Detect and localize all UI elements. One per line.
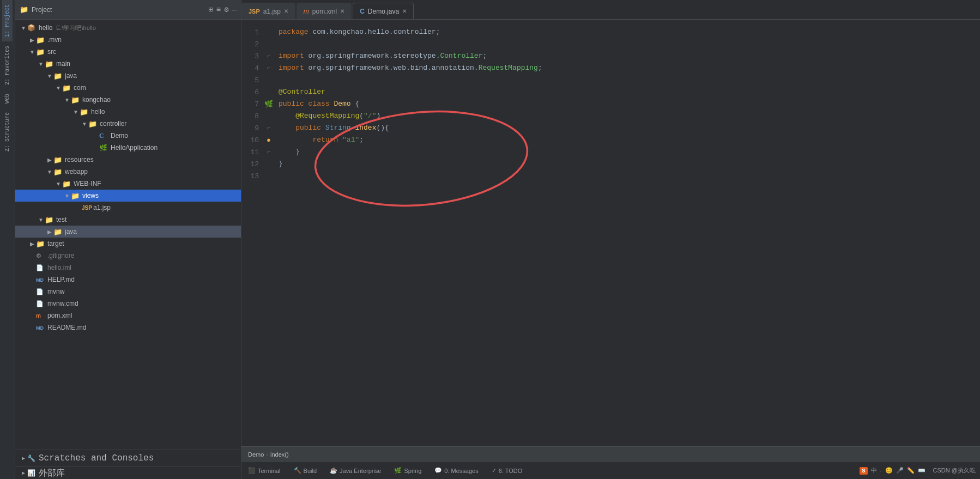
fold-icon-4[interactable]: ⌐ (267, 64, 270, 72)
tree-item-mvnw[interactable]: ▶ 📄 mvnw (15, 286, 241, 298)
tree-item-helpmd[interactable]: ▶ MD HELP.md (15, 274, 241, 286)
taskbar-mic[interactable]: 🎤 (896, 467, 904, 474)
tree-item-test[interactable]: ▼ 📁 test (15, 214, 241, 226)
tab-demojava[interactable]: C Demo.java ✕ (353, 3, 414, 19)
tree-item-demo[interactable]: ▶ C Demo (15, 130, 241, 142)
extlibs-icon: 📊 (27, 470, 35, 477)
taskbar-dot[interactable]: · (880, 468, 882, 474)
taskbar-keyboard[interactable]: ⌨️ (918, 467, 925, 474)
gutter-12 (263, 158, 274, 170)
messages-label: 0: Messages (444, 468, 478, 474)
spring-class-icon: 🌿 (99, 144, 107, 151)
sogou-icon[interactable]: S (860, 467, 868, 475)
gutter-3: ⌐ (263, 50, 274, 62)
tree-item-hello-pkg[interactable]: ▼ 📁 hello (15, 106, 241, 118)
todo-label: 6: TODO (499, 468, 523, 474)
tree-item-test-java[interactable]: ▶ 📁 java (15, 226, 241, 238)
gutter-6 (263, 86, 274, 98)
tree-label-kongchao: kongchao (82, 96, 237, 104)
folder-target-icon: 📁 (36, 240, 45, 248)
line-num-10: 10 (241, 134, 263, 146)
tree-label-scratches: Scratches and Consoles (39, 453, 237, 463)
folder-controller-icon: 📁 (88, 120, 97, 128)
tree-item-com[interactable]: ▼ 📁 com (15, 82, 241, 94)
folder-src-icon: 📁 (36, 48, 45, 56)
tab-icon-m: m (304, 8, 309, 15)
fold-icon-9[interactable]: ⌐ (267, 124, 270, 132)
code-editor[interactable]: 1 2 3 ⌐ 4 (241, 20, 980, 446)
folder-resources-icon: 📁 (53, 156, 62, 164)
spring-gutter-icon[interactable]: 🌿 (264, 100, 273, 108)
folder-webinf-icon: 📁 (62, 180, 71, 188)
gutter-7: 🌿 (263, 98, 274, 110)
toolbar-btn-todo[interactable]: ✓ 6: TODO (485, 462, 529, 480)
minimize-icon[interactable]: — (232, 5, 237, 14)
tree-label-main: main (56, 60, 237, 68)
tab-a1jsp[interactable]: JSP a1.jsp ✕ (241, 3, 295, 19)
taskbar-emoji[interactable]: 😊 (885, 467, 893, 474)
toolbar-btn-build[interactable]: 🔨 Build (287, 462, 323, 480)
main-layout: 📁 Project ⊞ ≡ ⚙ — ▼ 📦 hello E:\学习吧\hello… (15, 0, 980, 479)
tree-item-helloapp[interactable]: ▶ 🌿 HelloApplication (15, 142, 241, 154)
tree-item-mvn[interactable]: ▶ 📁 .mvn (15, 34, 241, 46)
tree-item-pomxml[interactable]: ▶ m pom.xml (15, 310, 241, 322)
tree-item-gitignore[interactable]: ▶ ⚙ .gitignore (15, 250, 241, 262)
tree-label-hello-pkg: hello (91, 108, 237, 116)
toolbar-btn-java-enterprise[interactable]: ☕ Java Enterprise (323, 462, 388, 480)
filter-icon[interactable]: ≡ (216, 5, 221, 14)
terminal-label: Terminal (258, 468, 281, 474)
tree-item-readme[interactable]: ▶ MD README.md (15, 322, 241, 334)
cmd-icon: 📄 (36, 300, 44, 307)
tree-item-webapp[interactable]: ▼ 📁 webapp (15, 166, 241, 178)
md-icon: MD (36, 277, 44, 283)
file-tree: ▼ 📦 hello E:\学习吧\hello ▶ 📁 .mvn ▼ 📁 src (15, 20, 241, 450)
tab-label-demojava: Demo.java (368, 8, 399, 15)
tree-item-webinf[interactable]: ▼ 📁 WEB-INF (15, 178, 241, 190)
code-line-13 (279, 170, 980, 182)
sidebar-tab-project[interactable]: 1: Project (2, 0, 13, 41)
xml-icon: m (36, 313, 41, 319)
toolbar-btn-messages[interactable]: 💬 0: Messages (428, 462, 485, 480)
tab-close-a1jsp[interactable]: ✕ (284, 8, 288, 14)
tree-item-iml[interactable]: ▶ 📄 hello.iml (15, 262, 241, 274)
fold-icon-11[interactable]: ⌐ (267, 148, 270, 156)
gutter-9: ⌐ (263, 122, 274, 134)
tree-label-gitignore: .gitignore (47, 252, 237, 259)
toolbar-btn-spring[interactable]: 🌿 Spring (388, 462, 428, 480)
line-num-4: 4 (241, 62, 263, 74)
sidebar-tab-structure[interactable]: Z: Structure (2, 108, 13, 156)
folder-main-icon: 📁 (45, 60, 53, 68)
tab-close-pomxml[interactable]: ✕ (340, 8, 344, 14)
tree-item-hello[interactable]: ▼ 📦 hello E:\学习吧\hello (15, 22, 241, 34)
code-content[interactable]: package com.kongchao.hello.controller; i… (274, 20, 980, 446)
sidebar-tab-web[interactable]: Web (2, 89, 13, 108)
code-line-6: @Controller (279, 86, 980, 98)
tree-item-java[interactable]: ▼ 📁 java (15, 70, 241, 82)
tree-item-controller[interactable]: ▼ 📁 controller (15, 118, 241, 130)
breadcrumb-class: Demo (248, 451, 264, 458)
tab-close-demojava[interactable]: ✕ (402, 8, 407, 14)
grid-icon[interactable]: ⊞ (208, 5, 213, 14)
tree-item-views[interactable]: ▼ 📁 views (15, 190, 241, 202)
tree-item-a1jsp[interactable]: ▶ JSP a1.jsp (15, 202, 241, 214)
tree-item-kongchao[interactable]: ▼ 📁 kongchao (15, 94, 241, 106)
taskbar-chinese[interactable]: 中 (871, 466, 877, 475)
tree-item-main[interactable]: ▼ 📁 main (15, 58, 241, 70)
left-strip: 1: Project 2: Favorites Web Z: Structure (0, 0, 15, 479)
tree-item-src[interactable]: ▼ 📁 src (15, 46, 241, 58)
sidebar-tab-favorites[interactable]: 2: Favorites (2, 41, 13, 89)
taskbar-pen[interactable]: ✏️ (907, 467, 915, 474)
toolbar-btn-terminal[interactable]: ⬛ Terminal (241, 462, 287, 480)
tree-item-resources[interactable]: ▶ 📁 resources (15, 154, 241, 166)
folder-mvn-icon: 📁 (36, 36, 45, 44)
tree-item-target[interactable]: ▶ 📁 target (15, 238, 241, 250)
settings-icon[interactable]: ⚙ (224, 5, 228, 14)
tree-item-extlibs[interactable]: ▶ 📊 外部库 (15, 467, 241, 479)
tree-item-scratches[interactable]: ▶ 🔧 Scratches and Consoles (15, 452, 241, 464)
gutter-8 (263, 110, 274, 122)
line-num-2: 2 (241, 38, 263, 50)
tree-label-mvn: .mvn (47, 36, 237, 44)
tab-pomxml[interactable]: m pom.xml ✕ (297, 3, 352, 19)
tree-item-mvnwcmd[interactable]: ▶ 📄 mvnw.cmd (15, 298, 241, 310)
fold-icon-3[interactable]: ⌐ (267, 52, 270, 60)
